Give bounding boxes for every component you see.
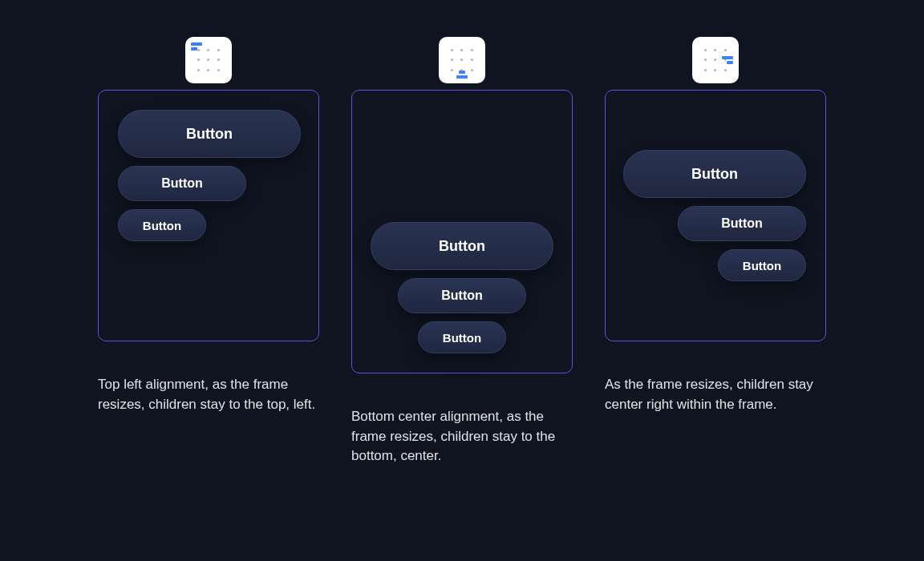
alignment-top-left-icon — [185, 37, 232, 83]
indicator-bottom-center-icon — [456, 71, 468, 79]
caption-top-left: Top left alignment, as the frame resizes… — [98, 375, 319, 414]
button-medium: Button — [118, 166, 246, 201]
button-small: Button — [718, 249, 806, 281]
examples-row: Button Button Button Top left alignment,… — [0, 0, 924, 466]
indicator-center-right-icon — [722, 56, 733, 64]
frame-center-right: Button Button Button — [605, 90, 826, 341]
example-center-right: Button Button Button As the frame resize… — [605, 37, 826, 466]
button-medium: Button — [678, 206, 806, 241]
button-medium: Button — [398, 278, 526, 313]
frame-bottom-center: Button Button Button — [351, 90, 573, 373]
caption-bottom-center: Bottom center alignment, as the frame re… — [351, 407, 573, 466]
example-bottom-center: Button Button Button Bottom center align… — [351, 37, 573, 466]
button-large: Button — [623, 150, 806, 198]
alignment-center-right-icon — [692, 37, 739, 83]
frame-top-left: Button Button Button — [98, 90, 319, 341]
button-small: Button — [418, 321, 506, 353]
button-large: Button — [118, 110, 301, 158]
indicator-top-left-icon — [191, 42, 202, 50]
button-small: Button — [118, 209, 206, 241]
example-top-left: Button Button Button Top left alignment,… — [98, 37, 319, 466]
button-large: Button — [371, 222, 553, 270]
caption-center-right: As the frame resizes, children stay cent… — [605, 375, 826, 414]
alignment-bottom-center-icon — [439, 37, 485, 83]
